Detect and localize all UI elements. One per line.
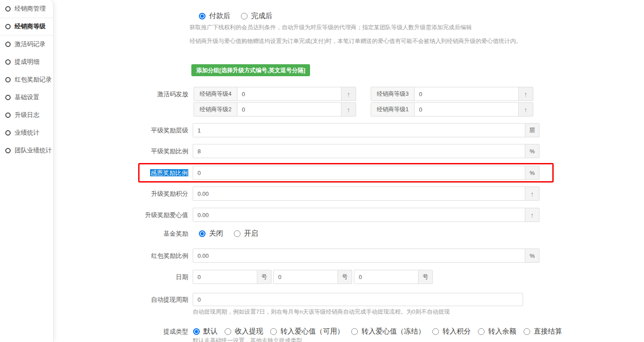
radio-label: 转入爱心值（可用） [280, 327, 344, 336]
circle-icon [5, 42, 11, 47]
up-arrow-icon[interactable]: ↑ [525, 208, 539, 222]
date-input-1[interactable] [193, 270, 257, 284]
sidebar-item-label: 提成明细 [15, 58, 39, 66]
level2-prefix-label: 经销商等级2 [194, 103, 237, 116]
sidebar-item-commission-detail[interactable]: 提成明细 [0, 53, 53, 71]
peer-reward-ratio-row: 平级奖励比例 % [0, 144, 644, 158]
circle-icon [5, 6, 11, 12]
upgrade-reward-points-input[interactable] [193, 187, 525, 201]
radio-unchecked-icon [351, 328, 358, 335]
peer-reward-ratio-label: 平级奖励比例 [0, 144, 188, 158]
gratitude-reward-ratio-input[interactable] [193, 166, 525, 180]
radio-unchecked-icon [478, 328, 485, 335]
activation-level2-input[interactable] [237, 103, 341, 116]
commission-type-label: 提成类型 [0, 325, 188, 338]
radio-after-completion[interactable]: 完成后 [241, 12, 272, 21]
up-arrow-icon[interactable]: ↑ [525, 187, 539, 201]
radio-label: 关闭 [209, 229, 223, 238]
upgrade-reward-love-label: 升级奖励爱心值 [0, 208, 188, 222]
upgrade-reward-love-input[interactable] [193, 208, 525, 222]
peer-reward-layer-label: 平级奖励层级 [0, 123, 188, 137]
gratitude-reward-ratio-row: 感恩奖励比例 % [0, 166, 644, 180]
radio-unchecked-icon [270, 328, 277, 335]
peer-reward-ratio-input[interactable] [193, 144, 525, 158]
auto-withdraw-help-text: 自动提现周期，例如设置7日，则在每月每n天该等级经销商自动完成手动提现流程。为0… [193, 308, 450, 316]
activation-group-level2: 经销商等级2 ↑ [194, 102, 356, 117]
fund-reward-label: 基金奖励 [0, 227, 188, 240]
selected-text-highlight: 感恩奖励比例 [150, 169, 188, 176]
circle-icon [5, 77, 11, 82]
radio-unchecked-icon [234, 230, 241, 237]
day-addon: 号 [418, 270, 433, 284]
radio-commission-income-withdraw[interactable]: 收入提现 [225, 327, 263, 336]
sidebar-item-label: 激活码记录 [15, 40, 46, 48]
date-input-2[interactable] [273, 270, 338, 284]
up-arrow-icon[interactable]: ↑ [518, 103, 533, 116]
date-row: 日期 号 号 号 [0, 270, 644, 284]
circle-icon [5, 24, 11, 29]
activation-code-grid: 经销商等级4 ↑ 经销商等级3 ↑ 经销商等级2 ↑ 经销商等级1 ↑ [194, 87, 533, 117]
radio-fund-open[interactable]: 开启 [234, 229, 258, 238]
level4-prefix-label: 经销商等级4 [194, 87, 237, 101]
radio-label: 默认 [203, 327, 217, 336]
level3-prefix-label: 经销商等级3 [371, 87, 415, 101]
percent-addon: % [525, 249, 539, 263]
activation-level1-input[interactable] [415, 103, 518, 116]
radio-unchecked-icon [241, 13, 248, 19]
sidebar-item-activation-code-records[interactable]: 激活码记录 [0, 35, 53, 53]
level1-prefix-label: 经销商等级1 [371, 103, 415, 116]
radio-unchecked-icon [524, 328, 530, 335]
peer-reward-layer-input[interactable] [193, 123, 525, 137]
radio-label: 转入爱心值（冻结） [361, 327, 425, 336]
radio-label: 直接结算 [534, 327, 562, 336]
radio-commission-default[interactable]: 默认 [193, 327, 217, 336]
activation-level3-input[interactable] [415, 87, 518, 101]
radio-unchecked-icon [432, 328, 439, 335]
peer-reward-layer-row: 平级奖励层级 层 [0, 123, 644, 137]
sidebar-item-label: 红包奖励记录 [15, 76, 52, 84]
activation-level4-input[interactable] [237, 87, 341, 101]
radio-fund-close[interactable]: 关闭 [199, 229, 223, 238]
sidebar-item-label: 经销商等级 [15, 23, 46, 31]
upgrade-reward-points-row: 升级奖励积分 ↑ [0, 187, 644, 201]
upgrade-timing-row: 付款后 完成后 [0, 12, 644, 20]
radio-label: 完成后 [251, 12, 272, 21]
auto-withdraw-input[interactable] [193, 293, 523, 306]
percent-addon: % [525, 144, 539, 158]
redpacket-reward-ratio-row: 红包奖励比例 % [0, 249, 644, 263]
radio-commission-love-frozen[interactable]: 转入爱心值（冻结） [351, 327, 425, 336]
radio-label: 转入积分 [442, 327, 471, 336]
activation-code-label: 激活码发放 [0, 87, 188, 101]
sidebar-item-redpacket-reward-records[interactable]: 红包奖励记录 [0, 71, 53, 89]
radio-commission-direct-settle[interactable]: 直接结算 [524, 327, 562, 336]
radio-unchecked-icon [225, 328, 231, 335]
up-arrow-icon[interactable]: ↑ [341, 87, 356, 101]
redpacket-reward-ratio-label: 红包奖励比例 [0, 249, 188, 263]
activation-group-level1: 经销商等级1 ↑ [371, 102, 533, 117]
radio-label: 付款后 [209, 12, 230, 21]
percent-addon: % [525, 166, 539, 180]
up-arrow-icon[interactable]: ↑ [518, 87, 533, 101]
radio-commission-points[interactable]: 转入积分 [432, 327, 471, 336]
unit-addon: 层 [525, 123, 539, 137]
date-group-2: 号 [273, 270, 352, 284]
date-input-3[interactable] [354, 270, 419, 284]
upgrade-reward-points-label: 升级奖励积分 [0, 187, 188, 201]
upgrade-help-text: 获取推广下线权利的会员达到条件，自动升级为对应等级的代理商；指定某团队等级人数升… [190, 23, 472, 31]
upgrade-reward-love-row: 升级奖励爱心值 ↑ [0, 208, 644, 222]
gratitude-reward-ratio-label: 感恩奖励比例 [0, 166, 188, 180]
auto-withdraw-row: 自动提现周期 [0, 293, 644, 306]
sidebar-item-dealer-level[interactable]: 经销商等级 [0, 18, 53, 35]
date-group-1: 号 [193, 270, 272, 284]
activation-group-level3: 经销商等级3 ↑ [371, 87, 533, 101]
radio-commission-love-available[interactable]: 转入爱心值（可用） [270, 327, 344, 336]
radio-after-payment[interactable]: 付款后 [199, 12, 230, 21]
radio-label: 转入余额 [488, 327, 516, 336]
radio-label: 收入提现 [235, 327, 263, 336]
radio-checked-icon [193, 328, 200, 335]
up-arrow-icon[interactable]: ↑ [341, 103, 356, 116]
radio-commission-balance[interactable]: 转入余额 [478, 327, 516, 336]
redpacket-reward-ratio-input[interactable] [193, 249, 525, 263]
add-group-button[interactable]: 添加分组[选择升级方式编号,英文逗号分隔] [191, 64, 310, 76]
love-value-help-text: 经销商升级与爱心值购物赠送均设置为订单完成(支付)时，本笔订单赠送的爱心值有可能… [190, 37, 522, 45]
